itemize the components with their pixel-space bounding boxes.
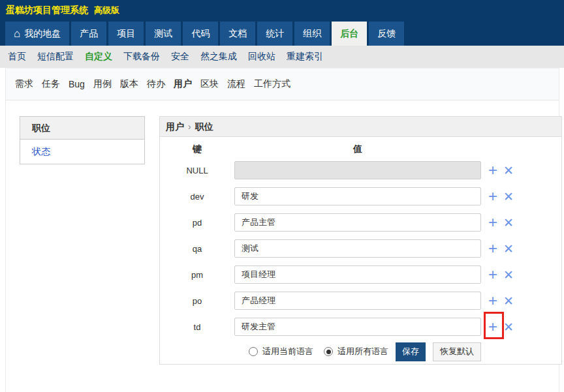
tab-admin[interactable]: 后台	[332, 22, 367, 46]
main-card: 需求 任务 Bug 用例 版本 待办 用户 区块 流程 工作方式 职位 状态 用…	[5, 68, 559, 392]
table-header-row: 键 值	[160, 142, 561, 157]
subnav-item-trash[interactable]: 回收站	[248, 51, 275, 63]
radio-current-language[interactable]	[249, 347, 258, 356]
sidebar-item-status[interactable]: 状态	[20, 140, 144, 164]
key-column-header: 键	[160, 143, 234, 155]
tab-project[interactable]: 项目	[108, 22, 144, 46]
table-row: pm + ✕	[160, 262, 561, 288]
value-input-po[interactable]	[234, 292, 481, 310]
subnav-item-home[interactable]: 首页	[8, 51, 26, 63]
module-item-task[interactable]: 任务	[42, 78, 60, 90]
row-key: po	[160, 296, 234, 306]
tab-code[interactable]: 代码	[183, 22, 218, 46]
add-row-icon[interactable]: +	[488, 241, 497, 256]
value-input-pd[interactable]	[234, 213, 481, 232]
delete-row-icon[interactable]: ✕	[503, 217, 514, 229]
tab-stats[interactable]: 统计	[257, 22, 292, 46]
admin-sub-nav: 首页 短信配置 自定义 下载备份 安全 然之集成 回收站 重建索引	[0, 46, 564, 68]
module-item-block[interactable]: 区块	[200, 78, 219, 90]
value-input-pm[interactable]	[234, 265, 481, 284]
tab-label: 项目	[117, 28, 135, 40]
breadcrumb-separator: ›	[188, 121, 191, 132]
tab-label: 产品	[80, 28, 98, 40]
tab-organization[interactable]: 组织	[294, 22, 330, 46]
add-row-icon[interactable]: +	[488, 319, 497, 335]
subnav-item-sms-config[interactable]: 短信配置	[37, 51, 74, 63]
row-key: td	[160, 322, 234, 332]
value-input-td[interactable]	[234, 318, 481, 336]
delete-row-icon[interactable]: ✕	[503, 190, 514, 203]
row-key: dev	[160, 192, 234, 202]
tab-test[interactable]: 测试	[146, 22, 181, 46]
tab-doc[interactable]: 文档	[220, 22, 255, 46]
table-row: po + ✕	[160, 288, 561, 314]
custom-module-nav: 需求 任务 Bug 用例 版本 待办 用户 区块 流程 工作方式	[6, 68, 559, 100]
table-row: dev + ✕	[160, 183, 561, 209]
breadcrumb-parent: 用户	[166, 121, 184, 132]
row-key: pd	[160, 218, 234, 228]
module-item-bug[interactable]: Bug	[69, 79, 85, 89]
restore-default-button[interactable]: 恢复默认	[433, 342, 481, 361]
delete-row-icon[interactable]: ✕	[503, 295, 514, 307]
module-item-build[interactable]: 版本	[120, 78, 138, 90]
delete-row-icon[interactable]: ✕	[503, 164, 514, 177]
subnav-item-reindex[interactable]: 重建索引	[287, 51, 323, 63]
home-icon: ⌂	[14, 28, 20, 39]
highlighted-add-wrap: +	[481, 319, 497, 335]
row-key: pm	[160, 270, 234, 280]
subnav-item-safe[interactable]: 安全	[171, 51, 189, 63]
top-bar: 蛋糕坊项目管理系统 高级版 ⌂ 我的地盘 产品 项目 测试 代码 文档 统计 组…	[0, 0, 564, 46]
radio-current-language-label: 适用当前语言	[262, 346, 313, 357]
role-config-panel: 用户›职位 键 值 NULL + ✕ dev + ✕	[159, 116, 562, 365]
value-input-dev[interactable]	[234, 187, 481, 205]
table-row: pd + ✕	[160, 209, 561, 235]
add-row-icon[interactable]: +	[488, 293, 497, 309]
table-row: qa + ✕	[160, 235, 561, 262]
add-row-icon[interactable]: +	[488, 215, 497, 230]
content-area: 职位 状态 用户›职位 键 值 NULL + ✕	[6, 100, 559, 392]
delete-row-icon[interactable]: ✕	[503, 269, 514, 281]
table-row-highlighted: td + ✕	[160, 314, 561, 340]
app-title-row: 蛋糕坊项目管理系统 高级版	[6, 5, 119, 16]
main-nav: ⌂ 我的地盘 产品 项目 测试 代码 文档 统计 组织 后台 反馈	[5, 22, 404, 46]
save-button[interactable]: 保存	[396, 342, 426, 361]
add-row-icon[interactable]: +	[488, 267, 497, 282]
app-window: 蛋糕坊项目管理系统 高级版 ⌂ 我的地盘 产品 项目 测试 代码 文档 统计 组…	[0, 0, 564, 392]
radio-all-languages[interactable]	[324, 347, 333, 356]
tab-feedback[interactable]: 反馈	[369, 22, 404, 46]
module-item-case[interactable]: 用例	[93, 78, 112, 90]
row-key: NULL	[160, 166, 234, 175]
app-edition-badge: 高级版	[94, 5, 119, 16]
module-item-todo[interactable]: 待办	[147, 78, 165, 90]
tab-product[interactable]: 产品	[71, 22, 106, 46]
delete-row-icon[interactable]: ✕	[503, 321, 514, 333]
app-title: 蛋糕坊项目管理系统	[6, 5, 88, 16]
tab-label: 我的地盘	[24, 28, 61, 40]
module-item-workflow[interactable]: 工作方式	[254, 78, 290, 90]
sidebar-header: 职位	[20, 117, 144, 140]
value-column-header: 值	[234, 143, 481, 155]
tab-label: 代码	[191, 28, 210, 40]
tab-label: 反馈	[377, 28, 396, 40]
form-actions: 适用当前语言 适用所有语言 保存 恢复默认	[160, 341, 561, 362]
breadcrumb: 用户›职位	[160, 117, 561, 137]
module-item-user[interactable]: 用户	[174, 78, 192, 90]
tab-my-dashboard[interactable]: ⌂ 我的地盘	[5, 22, 69, 46]
value-input-null	[234, 161, 481, 179]
radio-all-languages-label: 适用所有语言	[337, 346, 388, 357]
tab-label: 测试	[154, 28, 172, 40]
module-item-flow[interactable]: 流程	[227, 78, 245, 90]
subnav-item-custom[interactable]: 自定义	[85, 51, 112, 63]
tab-label: 文档	[228, 28, 247, 40]
subnav-item-ranzhi[interactable]: 然之集成	[200, 51, 237, 63]
add-row-icon[interactable]: +	[488, 162, 497, 178]
value-input-qa[interactable]	[234, 239, 481, 258]
table-row: NULL + ✕	[160, 157, 561, 183]
add-row-icon[interactable]: +	[488, 188, 497, 204]
sidebar: 职位 状态	[20, 116, 145, 164]
module-item-story[interactable]: 需求	[15, 78, 33, 90]
row-key: qa	[160, 244, 234, 254]
delete-row-icon[interactable]: ✕	[503, 243, 514, 255]
language-scope-group: 适用当前语言 适用所有语言	[249, 346, 394, 357]
subnav-item-backup[interactable]: 下载备份	[123, 51, 160, 63]
